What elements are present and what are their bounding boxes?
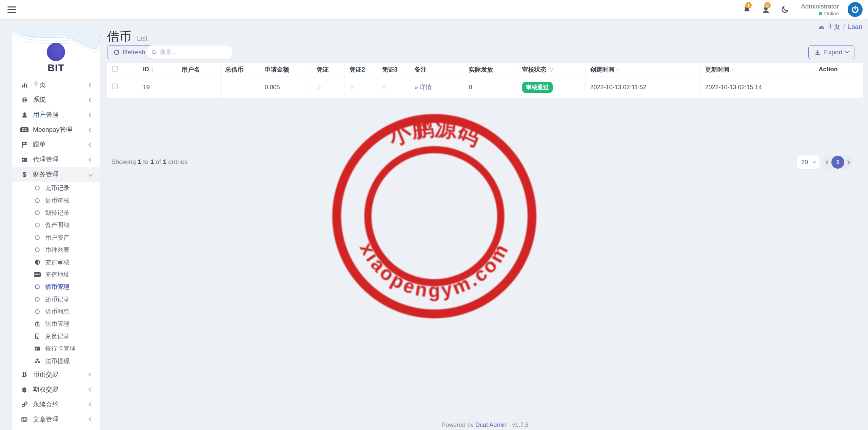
page-footer: Powered by Dcat Admin · v1.7.8 [107,422,863,429]
sidebar-item-spot-trade[interactable]: B 币币交易 [12,367,100,382]
image-placeholder-icon [317,85,321,89]
circle-icon [34,198,41,203]
page-title: 借币 [107,29,132,45]
sidebar-item-copytrade[interactable]: 跟单 [12,137,100,152]
cell-status: 审核通过 [517,76,585,98]
page-size-value: 20 [801,159,808,166]
circle-icon [34,247,41,252]
submenu-user-assets[interactable]: 用户资产 [12,231,100,244]
chevron-left-icon [88,128,93,132]
col-status: 审核状态 [517,63,585,76]
cell-created-at: 2022-10-13 02:11:52 [585,76,700,98]
refresh-button[interactable]: Refresh [107,45,152,59]
submenu-transfer-records[interactable]: 划转记录 [12,207,100,219]
submenu-label: 用户资产 [45,233,70,242]
current-page-button[interactable]: 1 [831,156,844,169]
sidebar-item-label: 文章管理 [33,415,59,424]
filter-icon[interactable] [549,67,554,72]
avatar[interactable] [848,2,863,17]
sidebar-item-moonpay[interactable]: CC Moonpay管理 [12,122,100,137]
sidebar-item-system[interactable]: 系统 [12,92,100,107]
user-info[interactable]: Administrator Online [801,2,839,17]
flag-icon [20,142,28,148]
col-remark: 备注 [410,63,464,76]
col-actual-grant: 实际发放 [464,63,517,76]
footer-prefix: Powered by [441,422,474,428]
sidebar-item-users[interactable]: 用户管理 [12,107,100,122]
refresh-label: Refresh [123,49,145,56]
breadcrumb-current: Loan [848,23,862,31]
loan-table: ID↑ 用户名 总借币 申请金额 凭证 凭证2 凭证3 备注 实际发放 审核状态… [107,63,863,98]
sort-asc-icon[interactable]: ↑ [617,67,619,73]
table-footer: Showing 1 to 1 of 1 entries 20 1 [107,155,863,170]
search-input[interactable] [160,49,228,56]
row-select-cell [107,76,138,98]
chevron-left-icon [88,113,93,117]
submenu-repay-records[interactable]: 还币记录 [12,293,100,305]
submenu-label: 充值审核 [45,258,70,266]
sidebar-item-home[interactable]: 主页 [12,77,100,92]
select-all-checkbox[interactable] [112,66,118,72]
col-voucher1: 凭证 [312,63,344,76]
sidebar-item-articles[interactable]: 文章管理 [12,412,100,427]
data-table-card: ID↑ 用户名 总借币 申请金额 凭证 凭证2 凭证3 备注 实际发放 审核状态… [107,63,863,98]
submenu-asset-detail[interactable]: 资产明细 [12,219,100,231]
detail-link[interactable]: » 详情 [415,84,432,91]
sidebar-item-options-trade[interactable]: ฿ 期权交易 [12,382,100,397]
sort-asc-icon[interactable]: ↑ [151,67,154,72]
sort-asc-icon[interactable]: ↑ [732,67,734,73]
sidebar-item-perpetual[interactable]: 永续合约 [12,397,100,412]
prev-page-button[interactable] [826,160,830,165]
submenu-deposit-records[interactable]: 充币记录 [12,182,100,194]
submenu-loan-interest[interactable]: 借币利息 [12,305,100,318]
notifications-button[interactable]: 1 [742,4,752,15]
submenu-recharge-address[interactable]: VISA 充值地址 [12,268,100,281]
submenu-withdraw-review[interactable]: 提币审核 [12,194,100,206]
footer-version: v1.7.8 [512,422,529,428]
circle-icon [34,235,41,240]
sidebar-item-label: 系统 [33,95,46,104]
footer-brand-link[interactable]: Dcat Admin [475,422,507,428]
cell-voucher1 [312,76,344,98]
submenu-bank-cards[interactable]: 银行卡管理 [12,342,100,355]
col-id[interactable]: ID↑ [138,63,177,76]
col-updated-at[interactable]: 更新时间↑ [700,63,814,76]
export-button[interactable]: Export [808,45,854,59]
sidebar-item-label: Moonpay管理 [33,125,72,134]
breadcrumb-home-label: 主页 [827,22,840,31]
col-voucher3: 凭证3 [377,63,410,76]
sidebar-item-label: 永续合约 [33,400,59,409]
logo-area: BIT [12,28,100,75]
gauge-icon [818,24,825,30]
cc-icon: CC [20,127,28,132]
submenu-label-active: 借币管理 [45,283,70,291]
building-icon [34,333,41,339]
download-icon [814,49,821,56]
dark-mode-toggle[interactable] [780,4,790,15]
chevron-left-icon [88,402,93,407]
menu-toggle-icon[interactable] [7,6,16,13]
sidebar-item-agents[interactable]: 代理管理 [12,152,100,167]
col-created-at[interactable]: 创建时间↑ [585,63,700,76]
submenu-label: 划转记录 [45,209,70,217]
submenu-loan-management[interactable]: 借币管理 [12,281,100,293]
submenu-recharge-review[interactable]: 充值审核 [12,256,100,268]
next-page-button[interactable] [846,160,850,165]
bank-icon [34,321,41,327]
refresh-icon [113,49,120,56]
breadcrumb-home[interactable]: 主页 [818,22,840,31]
row-checkbox[interactable] [112,83,118,89]
sidebar-item-finance[interactable]: $ 财务管理 [12,167,100,182]
messages-button[interactable]: 0 [761,4,771,15]
circle-icon [34,210,41,215]
user-status: Online [824,11,839,17]
submenu-coin-list[interactable]: 币种列表 [12,244,100,256]
search-box [146,45,233,59]
submenu-exchange-records[interactable]: 兑换记录 [12,330,100,342]
submenu-fiat-management[interactable]: 法币管理 [12,318,100,330]
chevron-down-icon [845,50,849,53]
link-icon [20,401,28,408]
chevron-down-icon [88,172,93,177]
submenu-fiat-withdraw[interactable]: 法币提现 [12,355,100,367]
page-size-select[interactable]: 20 [797,155,820,169]
